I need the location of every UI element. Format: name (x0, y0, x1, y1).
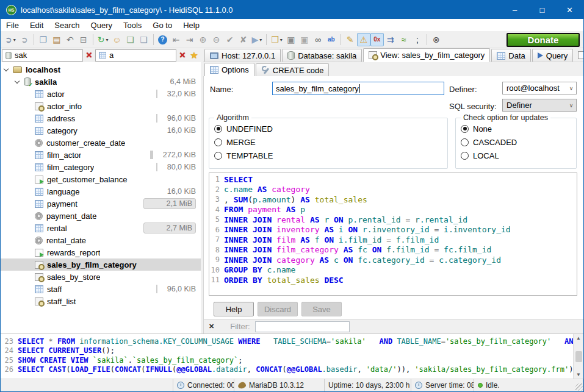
tree-item-address[interactable]: address96,0 KiB (1, 112, 201, 124)
dropdown-caret-icon[interactable]: ▾ (106, 37, 108, 43)
tree-item-rental[interactable]: rental2,7 MiB (1, 222, 201, 234)
tree-item-rental_date[interactable]: rental_date (1, 234, 201, 246)
dropdown-caret-icon[interactable]: ▾ (280, 37, 283, 43)
menu-tools[interactable]: Tools (118, 19, 147, 31)
tab-query[interactable]: Query (532, 49, 573, 62)
help-button[interactable]: Help (214, 302, 254, 316)
save-button[interactable]: Save (301, 302, 342, 316)
menu-help[interactable]: Help (178, 19, 205, 31)
radio-none[interactable]: None (456, 122, 576, 135)
discard-button[interactable]: Discard (258, 302, 298, 316)
session-connect-button[interactable]: ➲▾ (3, 33, 18, 46)
warning-toggle-button[interactable]: ⚠ (357, 33, 370, 46)
close-filter-icon[interactable]: ✕ (209, 323, 214, 330)
radio-undefined[interactable]: UNDEFINED (209, 122, 447, 135)
save-as-button[interactable]: ▣ (298, 33, 311, 46)
tab-host-127-0-0-1[interactable]: Host: 127.0.0.1 (204, 49, 281, 62)
dropdown-caret-icon[interactable]: ▾ (13, 37, 16, 43)
menu-query[interactable]: Query (85, 19, 118, 31)
next-statement-button[interactable]: ⇉ (384, 33, 397, 46)
hex-toggle-button[interactable]: 0x (370, 33, 384, 46)
cancel-editing-button[interactable]: ✘ (237, 33, 250, 46)
dropdown-caret-icon[interactable]: ▾ (259, 37, 262, 43)
reformat-button[interactable]: ≈ (397, 33, 411, 46)
radio-cascaded[interactable]: CASCADED (456, 135, 576, 149)
run-query-button[interactable]: ▶▾ (250, 33, 264, 46)
tab-data[interactable]: Data (491, 49, 530, 62)
server-filter-input[interactable]: sak (2, 49, 83, 62)
save-file-button[interactable]: ▣ (284, 33, 298, 46)
save-snippet-button[interactable]: ❏ (137, 33, 151, 46)
radio-local[interactable]: LOCAL (456, 149, 576, 162)
filter-input[interactable] (255, 321, 350, 332)
clear-server-filter-icon[interactable]: ✕ (84, 51, 94, 60)
open-file-button[interactable]: ❒▾ (269, 33, 284, 46)
tree-item-language[interactable]: language16,0 KiB (1, 185, 201, 198)
print-button[interactable]: ⊟ (77, 33, 90, 46)
tree-item-customer_create_date[interactable]: customer_create_date (1, 137, 201, 149)
maximize-button[interactable]: □ (528, 1, 556, 19)
tree-item-payment_date[interactable]: payment_date (1, 210, 201, 222)
menu-edit[interactable]: Edit (24, 19, 49, 31)
view-name-input[interactable]: sales_by_film_category (272, 82, 444, 95)
tree-item-category[interactable]: category16,0 KiB (1, 124, 201, 137)
tree-item-staff[interactable]: staff96,0 KiB (1, 283, 201, 295)
tree-item-actor[interactable]: actor32,0 KiB (1, 88, 201, 100)
radio-temptable[interactable]: TEMPTABLE (209, 149, 447, 162)
help-button[interactable]: ? (156, 33, 170, 46)
tree-item-actor_info[interactable]: actor_info (1, 100, 201, 112)
log-scrollbar[interactable]: ▲ ▼ (573, 334, 583, 379)
tree-item-sales_by_store[interactable]: sales_by_store (1, 271, 201, 283)
minimize-button[interactable]: – (501, 1, 528, 19)
clear-table-filter-icon[interactable]: ✕ (178, 51, 187, 60)
scroll-up-icon[interactable]: ▲ (577, 335, 580, 341)
undo-button[interactable]: ↶ (63, 33, 77, 46)
first-record-button[interactable]: ⇤ (170, 33, 183, 46)
find-button[interactable]: ∞ (311, 33, 325, 46)
tree-item-rewards_report[interactable]: rewards_report (1, 246, 201, 258)
sql-security-combobox[interactable]: Definer ∨ (502, 99, 577, 112)
view-body-editor[interactable]: 1SELECT2c.name AS category3, SUM(p.amoun… (209, 173, 577, 296)
delete-row-button[interactable]: ⊖ (210, 33, 223, 46)
tree-item-sales_by_film_category[interactable]: sales_by_film_category (1, 258, 201, 271)
radio-merge[interactable]: MERGE (209, 135, 447, 149)
scroll-down-icon[interactable]: ▼ (577, 372, 580, 377)
refresh-button[interactable]: ↻▾ (96, 33, 110, 46)
user-manager-button[interactable]: ☺ (110, 33, 124, 46)
menu-go-to[interactable]: Go to (147, 19, 178, 31)
tab-create-code[interactable]: CREATE code (256, 63, 330, 76)
tree-item-sakila[interactable]: sakila6,4 MiB (1, 76, 201, 88)
replace-button[interactable]: ab (325, 33, 338, 46)
stop-button[interactable]: ⊗ (430, 33, 443, 46)
semicolon-button[interactable]: ; (411, 33, 424, 46)
tree-item-payment[interactable]: payment2,1 MiB (1, 198, 201, 210)
tree-item-get_customer_balance[interactable]: get_customer_balance (1, 173, 201, 185)
tab-options[interactable]: Options (204, 63, 254, 77)
paste-button[interactable]: ▤ (50, 33, 63, 46)
last-record-button[interactable]: ⇥ (183, 33, 196, 46)
favorites-star-icon[interactable]: ★ (189, 50, 200, 61)
resize-grip[interactable] (575, 383, 583, 391)
tree-item-localhost[interactable]: localhost (1, 63, 201, 76)
expand-chevron-icon[interactable] (4, 66, 9, 71)
tree-item-staff_list[interactable]: staff_list (1, 295, 201, 307)
menu-search[interactable]: Search (49, 19, 85, 31)
tree-item-film_actor[interactable]: film_actor272,0 KiB (1, 149, 201, 161)
table-filter-input[interactable]: a (95, 49, 176, 62)
disconnect-button[interactable]: ➲ (18, 33, 31, 46)
new-query-tab-button[interactable]: ❏ (124, 33, 137, 46)
donate-button[interactable]: Donate (506, 33, 580, 47)
expand-chevron-icon[interactable] (15, 78, 20, 83)
tab-view-sales-by-film-category[interactable]: View: sales_by_film_category (363, 48, 490, 62)
post-changes-button[interactable]: ✔ (223, 33, 237, 46)
definer-combobox[interactable]: root@localhost ∨ (502, 82, 577, 94)
tree-item-film_category[interactable]: film_category80,0 KiB (1, 161, 201, 173)
copy-button[interactable]: ❐ (37, 33, 50, 46)
new-tab-button[interactable] (574, 49, 584, 62)
beautify-button[interactable]: ✎ (344, 33, 357, 46)
close-button[interactable]: ✕ (556, 1, 583, 19)
menu-file[interactable]: File (1, 19, 24, 31)
scrollbar-thumb[interactable] (575, 351, 582, 362)
tab-database-sakila[interactable]: Database: sakila (282, 49, 362, 62)
insert-row-button[interactable]: ⊕ (196, 33, 210, 46)
